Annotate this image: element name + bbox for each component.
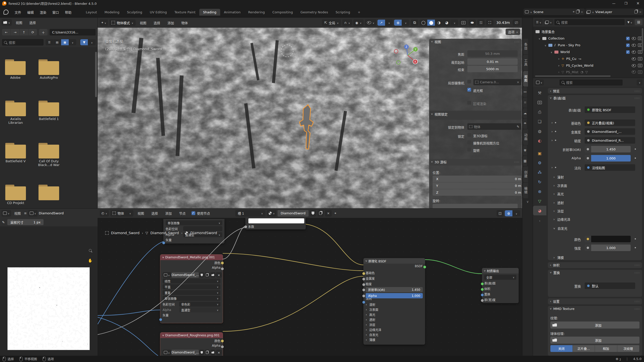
sidebar-tab-item[interactable]: 条目 xyxy=(523,39,528,54)
colorspace-dropdown[interactable] xyxy=(183,226,222,231)
alpha-node-field[interactable]: Alpha1.000 xyxy=(366,293,423,298)
outliner-row-pure-sky-pro[interactable]: ⫽ Pure - Sky Pro xyxy=(545,42,642,49)
render-visibility-icon[interactable] xyxy=(638,50,642,54)
vp-menu-object[interactable]: 物体 xyxy=(178,20,191,25)
add-workspace-button[interactable]: + xyxy=(354,9,364,16)
menus-collapsed-icon[interactable]: ≡ xyxy=(24,211,27,215)
tab-view-layer[interactable]: ❏ xyxy=(533,117,546,126)
tab-render[interactable] xyxy=(533,98,546,107)
section-subsurface[interactable]: 次表面 xyxy=(369,307,378,312)
mask-button[interactable]: ⬬ xyxy=(468,20,476,26)
decorator-dot[interactable] xyxy=(635,157,636,159)
alpha-field[interactable]: 1.000 xyxy=(585,155,631,162)
shading-wireframe-button[interactable]: ◯ xyxy=(420,20,427,26)
workspace-tab-layout[interactable]: Layout xyxy=(82,9,101,16)
sidebar-tab-pattern-icon[interactable]: ▦ xyxy=(523,156,527,166)
section-emission[interactable]: 自发光 xyxy=(369,333,378,337)
editor-type-button[interactable] xyxy=(535,79,544,86)
ior-field[interactable]: 1.450 xyxy=(585,146,631,152)
clear-icon[interactable]: × xyxy=(517,80,519,84)
new-collection-button[interactable]: ⊞ xyxy=(635,19,642,25)
visibility-dropdown[interactable] xyxy=(365,19,376,26)
view-thumbnail-button[interactable]: ▦ xyxy=(61,39,69,45)
workspace-tab-shading[interactable]: Shading xyxy=(199,9,220,16)
folder-item[interactable]: CD Projekt xyxy=(4,185,27,205)
fake-user-button[interactable] xyxy=(199,350,204,355)
remove-icon[interactable]: × xyxy=(639,10,642,14)
section-coat[interactable]: 涂层 xyxy=(369,323,375,327)
sample-size-field[interactable]: 采样尺寸 1 px xyxy=(7,219,44,225)
outliner-search-input[interactable]: 搜索 xyxy=(554,19,625,25)
menu-file[interactable]: 文件 xyxy=(12,10,24,15)
target-dropdown[interactable]: 全部 xyxy=(484,275,516,280)
displacement-field[interactable]: 默认 xyxy=(585,283,635,289)
outliner-hscrollbar[interactable] xyxy=(535,75,611,77)
sphere-mode-multiply-button[interactable]: 正片叠... xyxy=(573,345,595,352)
mix-node-partial[interactable]: 系数 xyxy=(245,218,306,229)
surface-panel-title[interactable]: 表(曲)面 xyxy=(553,96,566,100)
transform-orientation-dropdown[interactable]: ⇱ 全局 xyxy=(322,19,341,26)
display-mode-dropdown[interactable] xyxy=(544,19,553,25)
roughness-image-node[interactable]: DiamondSword_Roughness.png.001 颜色 Alpha … xyxy=(160,333,223,356)
se-menu-view[interactable]: 视图 xyxy=(135,211,147,216)
snap-node-icon[interactable]: ◫ xyxy=(497,210,504,217)
image-browse-dropdown[interactable] xyxy=(28,210,38,217)
normal-socket[interactable] xyxy=(362,301,365,304)
texture-add-button[interactable]: 添加 xyxy=(550,321,639,329)
surface-socket[interactable] xyxy=(481,282,484,286)
sphere-mode-subtexture-button[interactable]: 次纹理 xyxy=(617,345,640,352)
render-visibility-icon[interactable] xyxy=(638,64,642,67)
base-color-field[interactable]: 正片叠底(相乘) xyxy=(585,119,635,126)
exclude-checkbox[interactable] xyxy=(626,50,630,54)
eyedropper-tool-icon[interactable]: ✎ xyxy=(2,220,5,224)
section-thin-film[interactable]: 薄膜 xyxy=(553,255,564,260)
unlink-button[interactable]: × xyxy=(216,350,222,355)
sidebar-tab-create[interactable]: 创建 xyxy=(523,167,528,182)
image-browse-dropdown[interactable] xyxy=(163,350,171,355)
sidebar-tab-bone-icon[interactable]: ⚯ xyxy=(523,87,527,97)
render-region-checkbox[interactable] xyxy=(467,101,471,105)
gizmo-toggle[interactable]: ↗ xyxy=(377,20,385,26)
editor-type-button[interactable] xyxy=(2,19,12,26)
tab-object[interactable]: ▣ xyxy=(533,148,546,158)
hide-eye-icon[interactable] xyxy=(632,64,636,67)
outliner-row-ps-cu[interactable]: ✛ PS_Cu ↝ xyxy=(558,55,642,62)
focal-length-field[interactable]: 50.3 mm xyxy=(467,50,518,57)
folder-item[interactable]: Axialis Librarian xyxy=(4,101,27,125)
outliner-row-scene-collection[interactable]: 场景集合 xyxy=(536,28,555,35)
fb-menu-view[interactable]: 视图 xyxy=(13,20,25,25)
passepartout-checkbox[interactable] xyxy=(467,88,471,92)
blender-menu-icon[interactable] xyxy=(4,10,9,15)
colorspace-dropdown[interactable]: 非色彩 xyxy=(179,302,220,307)
expand-arrow[interactable] xyxy=(558,57,559,61)
new-folder-button[interactable]: ＋ xyxy=(39,29,48,35)
editor-type-button[interactable]: ☰ xyxy=(535,19,543,25)
section-sheen[interactable]: 边缘光泽 xyxy=(369,328,381,332)
copy-icon[interactable] xyxy=(634,10,637,14)
render-disabled-icon[interactable] xyxy=(638,70,642,74)
close-button[interactable]: × xyxy=(632,1,644,6)
emission-color-field[interactable] xyxy=(585,236,631,242)
shading-solid-button[interactable]: ⬤ xyxy=(427,20,435,26)
mmd-panel-title[interactable]: MMD Texture xyxy=(553,307,575,311)
roughness-field[interactable]: DiamondSword_R... xyxy=(585,137,635,144)
image-name[interactable]: DiamondSword xyxy=(39,211,64,215)
scene-selector[interactable]: Scene ⌖ × xyxy=(523,9,585,15)
new-material-button[interactable] xyxy=(317,210,324,217)
sidebar-tab-edit[interactable]: 编辑 xyxy=(523,183,528,198)
shading-dropdown[interactable] xyxy=(451,20,458,26)
folder-item[interactable]: Battlefield 1 xyxy=(36,101,61,121)
alpha-socket[interactable] xyxy=(362,294,365,298)
outliner-filter-dropdown[interactable]: ▼ xyxy=(626,19,634,25)
open-image-button[interactable] xyxy=(210,272,215,278)
sidebar-tab-view[interactable]: 视图 xyxy=(523,71,528,87)
copy-button[interactable] xyxy=(205,350,210,355)
minimize-button[interactable]: — xyxy=(608,2,620,5)
thickness-socket[interactable] xyxy=(481,299,484,302)
copy-icon[interactable] xyxy=(576,10,579,14)
ie-menu-view[interactable]: 视图 xyxy=(12,211,23,216)
roughness-socket[interactable] xyxy=(362,283,365,286)
exclude-checkbox[interactable] xyxy=(626,37,630,40)
color-output-socket[interactable] xyxy=(221,261,224,265)
extension-dropdown[interactable]: 重复 xyxy=(163,290,220,295)
